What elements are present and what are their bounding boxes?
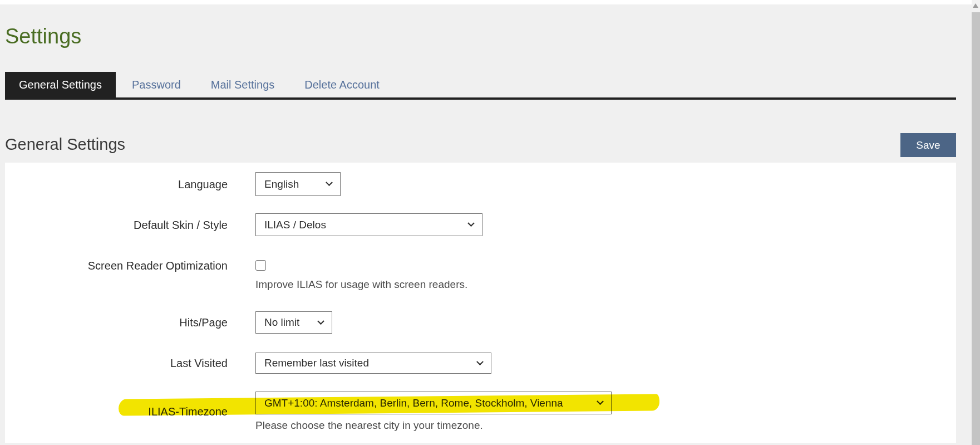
default-skin-style-select[interactable]: ILIAS / Delos	[255, 213, 482, 236]
last-visited-select[interactable]: Remember last visited	[255, 353, 491, 374]
form-row-screen-reader-optimization: Screen Reader Optimization Improve ILIAS…	[5, 260, 956, 290]
language-select[interactable]: English	[255, 172, 341, 196]
form-row-hits-page: Hits/Page No limit	[5, 311, 956, 334]
main-content: Settings General Settings Password Mail …	[5, 4, 956, 443]
ilias-timezone-select-value: GMT+1:00: Amsterdam, Berlin, Bern, Rome,…	[264, 397, 563, 409]
tab-password[interactable]: Password	[118, 72, 195, 97]
default-skin-style-label: Default Skin / Style	[5, 218, 228, 232]
settings-tabbar: General Settings Password Mail Settings …	[5, 72, 956, 100]
scrollbar-up-icon[interactable]	[973, 3, 978, 8]
last-visited-select-value: Remember last visited	[264, 357, 369, 369]
screen-reader-optimization-label: Screen Reader Optimization	[5, 260, 228, 271]
last-visited-label: Last Visited	[5, 356, 228, 370]
hits-page-select[interactable]: No limit	[255, 311, 332, 334]
form-row-default-skin-style: Default Skin / Style ILIAS / Delos	[5, 213, 956, 236]
ilias-timezone-label: ILIAS-Timezone	[5, 404, 228, 419]
screen-reader-optimization-byline: Improve ILIAS for usage with screen read…	[255, 279, 956, 290]
general-settings-form-panel: Language English Default Skin / Style IL…	[5, 163, 956, 443]
save-button[interactable]: Save	[900, 133, 956, 157]
scrollbar-thumb[interactable]	[972, 12, 980, 445]
default-skin-style-select-value: ILIAS / Delos	[264, 219, 326, 231]
page-title: Settings	[5, 25, 956, 47]
vertical-scrollbar[interactable]	[972, 0, 980, 445]
language-select-value: English	[264, 178, 299, 190]
hits-page-select-value: No limit	[264, 316, 299, 329]
tab-general-settings[interactable]: General Settings	[5, 72, 116, 97]
tab-mail-settings[interactable]: Mail Settings	[197, 72, 289, 97]
top-white-strip	[0, 0, 980, 4]
screen-reader-optimization-checkbox[interactable]	[255, 260, 266, 271]
settings-page: Settings General Settings Password Mail …	[0, 0, 980, 445]
chevron-down-icon	[326, 179, 333, 186]
tab-delete-account[interactable]: Delete Account	[290, 72, 393, 97]
form-row-language: Language English	[5, 172, 956, 196]
language-label: Language	[5, 177, 228, 192]
ilias-timezone-byline: Please choose the nearest city in your t…	[255, 420, 956, 431]
hits-page-label: Hits/Page	[5, 315, 228, 330]
chevron-down-icon	[317, 317, 324, 325]
chevron-down-icon	[597, 398, 604, 405]
section-header: General Settings Save	[5, 132, 956, 157]
ilias-timezone-select[interactable]: GMT+1:00: Amsterdam, Berlin, Bern, Rome,…	[255, 392, 612, 414]
chevron-down-icon	[476, 358, 484, 365]
chevron-down-icon	[467, 219, 475, 227]
form-row-ilias-timezone: ILIAS-Timezone GMT+1:00: Amsterdam, Berl…	[5, 392, 956, 431]
section-title: General Settings	[5, 135, 125, 154]
form-row-last-visited: Last Visited Remember last visited	[5, 353, 956, 374]
